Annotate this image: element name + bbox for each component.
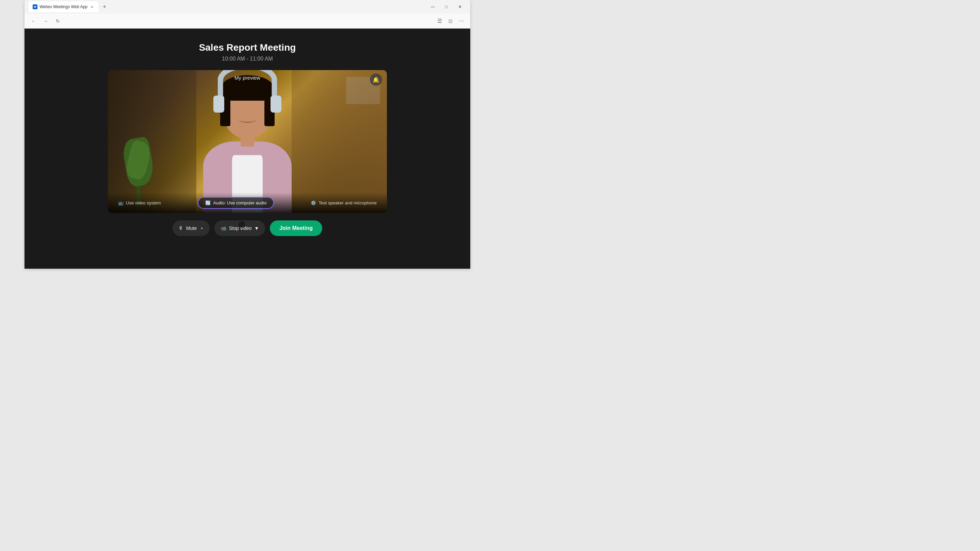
menu-button[interactable]: ☰	[435, 16, 444, 26]
mute-chevron-icon: ▼	[200, 227, 204, 230]
maximize-button[interactable]: □	[440, 2, 453, 11]
audio-indicator[interactable]: 🔔	[370, 73, 382, 86]
mic-icon: 🎙	[179, 225, 183, 231]
active-tab[interactable]: W Webex Meetings Web App ✕	[29, 2, 98, 12]
window-controls: — □ ✕	[427, 2, 466, 11]
audio-label: Audio: Use computer audio	[213, 200, 267, 205]
join-meeting-button[interactable]: Join Meeting	[270, 221, 322, 236]
camera-icon: 📹	[221, 225, 226, 231]
new-tab-button[interactable]: +	[100, 2, 109, 11]
stop-video-label: Stop video	[229, 225, 251, 231]
app-content: Sales Report Meeting 10:00 AM - 11:00 AM	[24, 29, 470, 269]
stop-video-button[interactable]: 📹 Stop video ▼	[215, 221, 265, 236]
left-panel	[108, 70, 196, 213]
use-video-system-label: Use video system	[126, 200, 161, 205]
more-button[interactable]: ⋯	[457, 16, 466, 26]
video-chevron-icon: ▼	[254, 225, 259, 231]
forward-button[interactable]: →	[41, 16, 50, 26]
back-button[interactable]: ←	[29, 16, 38, 26]
close-button[interactable]: ✕	[454, 2, 466, 11]
audio-indicator-icon: 🔔	[372, 76, 379, 83]
bottom-action-bar: 🎙 Mute ▼ 📹 Stop video ▼ Join Meeting	[172, 221, 322, 236]
gear-icon: ⚙️	[311, 200, 316, 205]
tab-bar: W Webex Meetings Web App ✕ +	[29, 2, 424, 12]
mute-label: Mute	[186, 225, 197, 231]
video-preview-container: My preview 🔔 📺 Use video system 🔄 Audio:…	[108, 70, 387, 213]
browser-window: W Webex Meetings Web App ✕ + — □ ✕ ← → ↻…	[24, 0, 470, 269]
video-system-icon: 📺	[118, 200, 124, 205]
sidebar-button[interactable]: ⊡	[446, 16, 455, 26]
tab-title: Webex Meetings Web App	[40, 5, 88, 9]
refresh-button[interactable]: ↻	[53, 16, 63, 26]
toolbar: ← → ↻ ☰ ⊡ ⋯	[24, 14, 470, 29]
use-video-system-control[interactable]: 📺 Use video system	[118, 200, 161, 205]
video-preview-bg	[108, 70, 387, 213]
test-speaker-control[interactable]: ⚙️ Test speaker and microphone	[311, 200, 377, 205]
mute-button[interactable]: 🎙 Mute ▼	[172, 221, 210, 236]
test-speaker-label: Test speaker and microphone	[318, 200, 377, 205]
preview-label: My preview	[234, 75, 260, 81]
toolbar-right: ☰ ⊡ ⋯	[435, 16, 466, 26]
tab-favicon: W	[33, 5, 37, 9]
title-bar: W Webex Meetings Web App ✕ + — □ ✕	[24, 0, 470, 14]
minimize-button[interactable]: —	[427, 2, 439, 11]
audio-icon: 🔄	[205, 200, 211, 205]
meeting-time: 10:00 AM - 11:00 AM	[222, 56, 272, 62]
audio-computer-button[interactable]: 🔄 Audio: Use computer audio	[198, 197, 274, 209]
video-bottom-controls: 📺 Use video system 🔄 Audio: Use computer…	[108, 192, 387, 213]
tab-close-button[interactable]: ✕	[89, 5, 94, 9]
meeting-title: Sales Report Meeting	[199, 42, 296, 53]
